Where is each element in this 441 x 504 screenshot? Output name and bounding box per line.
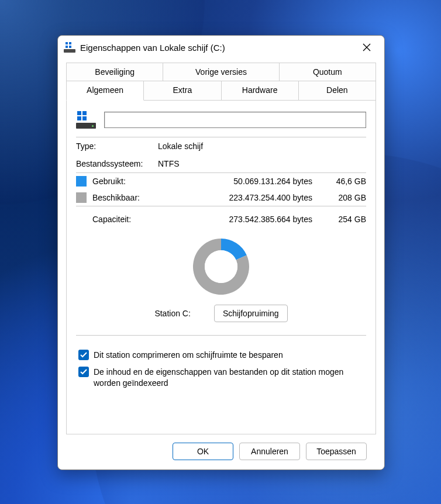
tab-row-lower: Algemeen Extra Hardware Delen	[66, 81, 376, 101]
ok-button[interactable]: OK	[173, 443, 233, 460]
cancel-button[interactable]: Annuleren	[239, 443, 300, 460]
filesystem-value: NTFS	[158, 159, 180, 168]
type-value: Lokale schijf	[158, 141, 203, 151]
free-bytes: 223.473.254.400 bytes	[157, 193, 325, 202]
dialog-button-row: OK Annuleren Toepassen	[66, 434, 376, 470]
usage-donut-chart	[189, 234, 253, 299]
used-space-row: Gebruikt: 50.069.131.264 bytes 46,6 GB	[76, 173, 366, 189]
capacity-label: Capaciteit:	[76, 215, 158, 224]
free-gb: 208 GB	[325, 193, 366, 202]
used-gb: 46,6 GB	[325, 177, 366, 186]
close-button[interactable]	[354, 38, 380, 57]
close-icon	[363, 43, 371, 51]
filesystem-label: Bestandssysteem:	[76, 159, 158, 168]
svg-point-0	[205, 250, 237, 283]
used-label: Gebruikt:	[92, 177, 157, 186]
compress-checkbox-row[interactable]: Dit station comprimeren om schijfruimte …	[78, 350, 364, 361]
tab-quotum[interactable]: Quotum	[280, 63, 376, 81]
tab-extra[interactable]: Extra	[144, 81, 221, 101]
used-swatch-icon	[76, 176, 87, 187]
apply-button[interactable]: Toepassen	[306, 443, 367, 460]
properties-dialog: Eigenschappen van Lokale schijf (C:) Bev…	[57, 35, 385, 470]
free-label: Beschikbaar:	[92, 193, 157, 202]
compress-label: Dit station comprimeren om schijfruimte …	[94, 350, 283, 361]
checkbox-checked-icon	[78, 367, 89, 377]
tab-algemeen[interactable]: Algemeen	[66, 81, 144, 101]
tab-delen[interactable]: Delen	[299, 81, 376, 101]
station-label: Station C:	[154, 309, 190, 318]
tab-beveiliging[interactable]: Beveiliging	[66, 63, 163, 81]
capacity-row: Capaciteit: 273.542.385.664 bytes 254 GB	[76, 206, 366, 231]
drive-large-icon	[76, 111, 96, 129]
tab-hardware[interactable]: Hardware	[222, 81, 299, 101]
index-label: De inhoud en de eigenschappen van bestan…	[94, 367, 364, 389]
disk-cleanup-button[interactable]: Schijfopruiming	[214, 305, 288, 322]
capacity-gb: 254 GB	[325, 215, 366, 224]
tab-vorige-versies[interactable]: Vorige versies	[163, 63, 279, 81]
window-title: Eigenschappen van Lokale schijf (C:)	[80, 43, 354, 53]
drive-name-input[interactable]	[104, 112, 366, 128]
index-checkbox-row[interactable]: De inhoud en de eigenschappen van bestan…	[78, 367, 364, 389]
type-label: Type:	[76, 141, 158, 151]
free-space-row: Beschikbaar: 223.473.254.400 bytes 208 G…	[76, 189, 366, 206]
capacity-bytes: 273.542.385.664 bytes	[158, 215, 325, 224]
used-bytes: 50.069.131.264 bytes	[157, 177, 325, 186]
checkbox-checked-icon	[78, 350, 89, 360]
tab-row-upper: Beveiliging Vorige versies Quotum	[66, 63, 376, 81]
drive-icon	[64, 42, 75, 53]
free-swatch-icon	[76, 192, 87, 203]
tab-panel-algemeen: Type: Lokale schijf Bestandssysteem: NTF…	[66, 100, 376, 434]
titlebar: Eigenschappen van Lokale schijf (C:)	[58, 36, 384, 59]
